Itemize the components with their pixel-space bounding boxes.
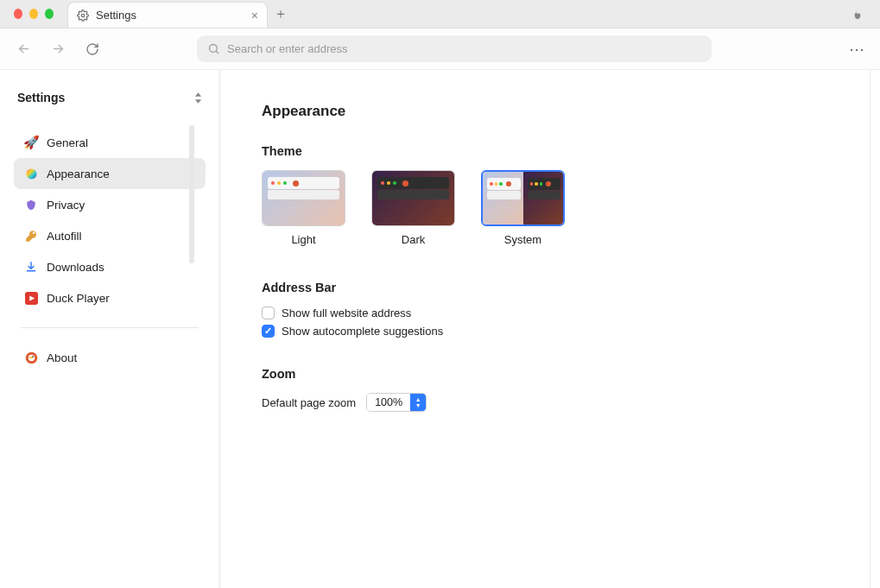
shield-icon <box>24 198 38 212</box>
main-panel: Appearance Theme Light <box>220 70 880 588</box>
zoom-heading: Zoom <box>262 367 880 381</box>
gear-icon <box>77 9 89 22</box>
theme-label: Light <box>291 233 315 246</box>
address-placeholder: Search or enter address <box>227 42 347 55</box>
theme-thumb-light <box>262 170 345 226</box>
checkbox-show-autocomplete[interactable]: Show autocomplete suggestions <box>262 325 880 338</box>
toolbar: Search or enter address ⋯ <box>0 28 880 70</box>
theme-options: Light Dark <box>262 170 880 246</box>
theme-thumb-system <box>481 170 565 226</box>
sidebar-item-label: Privacy <box>47 199 85 212</box>
sidebar-item-label: Downloads <box>47 261 104 274</box>
page-title: Appearance <box>262 103 880 120</box>
rocket-icon: 🚀 <box>24 136 38 149</box>
zoom-select[interactable]: 100% ▲▼ <box>366 393 427 412</box>
tab-close-button[interactable]: × <box>251 9 258 22</box>
more-menu-button[interactable]: ⋯ <box>844 40 870 59</box>
checkbox-icon <box>262 325 275 338</box>
sidebar-item-label: Duck Player <box>47 292 110 305</box>
svg-point-2 <box>26 168 36 179</box>
sidebar-item-general[interactable]: 🚀 General <box>14 127 206 158</box>
sidebar-list: 🚀 General Appearance Privacy Autofill <box>14 127 206 373</box>
sidebar-item-label: Appearance <box>47 168 110 180</box>
duck-player-icon <box>24 291 38 305</box>
sidebar-header[interactable]: Settings <box>14 85 206 117</box>
tab-title: Settings <box>96 9 244 22</box>
sidebar-item-label: General <box>47 136 88 149</box>
checkbox-icon <box>262 307 275 319</box>
tab-strip: Settings × ＋ <box>0 0 880 28</box>
sidebar: Settings 🚀 General Appearance <box>0 70 220 588</box>
theme-heading: Theme <box>262 144 880 158</box>
svg-point-0 <box>81 14 85 17</box>
fire-icon[interactable] <box>851 0 880 28</box>
sidebar-item-duck-player[interactable]: Duck Player <box>14 282 206 313</box>
content: Settings 🚀 General Appearance <box>0 70 880 588</box>
sidebar-item-privacy[interactable]: Privacy <box>14 189 206 220</box>
window-zoom-button[interactable] <box>45 9 54 19</box>
checkbox-label: Show autocomplete suggestions <box>282 325 443 338</box>
sidebar-item-about[interactable]: About <box>14 342 206 373</box>
sort-icon <box>194 92 202 104</box>
address-bar[interactable]: Search or enter address <box>197 35 712 62</box>
zoom-label: Default page zoom <box>262 396 356 409</box>
sidebar-scrollbar[interactable] <box>189 125 194 263</box>
sidebar-item-label: Autofill <box>47 230 82 243</box>
download-icon <box>24 260 38 274</box>
back-button[interactable] <box>10 36 36 62</box>
theme-option-system[interactable]: System <box>481 170 565 246</box>
reload-button[interactable] <box>79 36 105 62</box>
svg-point-1 <box>210 45 218 53</box>
checkbox-show-full-address[interactable]: Show full website address <box>262 307 880 319</box>
zoom-value: 100% <box>367 394 410 411</box>
theme-label: System <box>504 233 541 246</box>
key-icon <box>24 229 38 243</box>
theme-thumb-dark <box>371 170 455 226</box>
sidebar-item-label: About <box>47 351 77 364</box>
window-traffic-lights <box>0 0 67 28</box>
sidebar-item-downloads[interactable]: Downloads <box>14 251 206 282</box>
sidebar-divider <box>21 327 199 328</box>
color-wheel-icon <box>24 167 38 180</box>
new-tab-button[interactable]: ＋ <box>268 0 294 28</box>
theme-label: Dark <box>402 233 425 246</box>
duck-logo-icon <box>24 351 38 364</box>
forward-button[interactable] <box>45 36 71 62</box>
search-icon <box>207 42 220 55</box>
theme-option-light[interactable]: Light <box>262 170 345 246</box>
window-close-button[interactable] <box>14 9 22 19</box>
sidebar-item-autofill[interactable]: Autofill <box>14 220 206 251</box>
sidebar-item-appearance[interactable]: Appearance <box>14 158 206 189</box>
theme-option-dark[interactable]: Dark <box>371 170 455 246</box>
window-minimize-button[interactable] <box>29 9 38 19</box>
select-stepper-icon: ▲▼ <box>410 394 426 411</box>
main-scroll-edge <box>870 70 871 588</box>
address-bar-heading: Address Bar <box>262 281 880 294</box>
sidebar-title: Settings <box>17 91 65 104</box>
checkbox-label: Show full website address <box>282 307 411 319</box>
browser-tab[interactable]: Settings × <box>67 2 268 28</box>
